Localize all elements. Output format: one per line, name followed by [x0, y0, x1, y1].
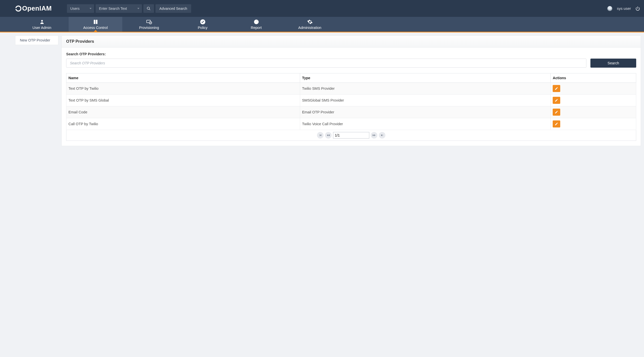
power-icon: [635, 6, 640, 11]
search-text-placeholder: Enter Search Text: [99, 7, 127, 11]
cell-type: SMSGlobal SMS Provider: [300, 95, 551, 106]
topbar-right: sys user: [607, 6, 640, 11]
cell-type: Twilio SMS Provider: [300, 83, 551, 95]
avatar[interactable]: [607, 6, 612, 11]
column-header-name[interactable]: Name: [66, 73, 300, 83]
nav-label: Policy: [198, 26, 208, 30]
search-label: Search OTP Providers:: [66, 52, 636, 56]
edit-button[interactable]: [553, 97, 560, 104]
nav-label: User Admin: [32, 26, 51, 30]
user-icon: [39, 19, 45, 25]
sidebar-item-label: New OTP Provider: [20, 38, 50, 42]
brand-logo[interactable]: OpenIAM: [15, 5, 52, 12]
book-icon: [93, 19, 98, 25]
search-category-label: Users: [70, 7, 80, 11]
provisioning-icon: [146, 19, 152, 25]
table-row: Text OTP by SMS GlobalSMSGlobal SMS Prov…: [66, 95, 636, 106]
svg-point-2: [147, 7, 149, 9]
page-body: New OTP Provider OTP Providers Search OT…: [0, 32, 644, 151]
cell-name[interactable]: Text OTP by Twilio: [66, 83, 300, 95]
search-input[interactable]: [66, 59, 586, 68]
column-header-type[interactable]: Type: [300, 73, 551, 83]
check-circle-icon: [200, 19, 206, 25]
svg-point-5: [41, 20, 43, 22]
nav-policy[interactable]: Policy: [176, 17, 229, 32]
svg-rect-6: [95, 20, 96, 24]
logout-button[interactable]: [635, 6, 640, 11]
nav-label: Report: [251, 26, 262, 30]
page-title: OTP Providers: [62, 36, 641, 48]
chevron-down-icon: [137, 8, 139, 9]
nav-label: Access Control: [83, 26, 108, 30]
nav-access-control[interactable]: Access Control: [69, 17, 122, 32]
pagination-last-button[interactable]: [379, 132, 385, 139]
column-header-actions: Actions: [551, 73, 636, 83]
global-search: Users Enter Search Text Advanced Search: [67, 4, 191, 13]
edit-button[interactable]: [553, 120, 560, 127]
cell-type: Twilio Voice Call Provider: [300, 118, 551, 130]
skip-forward-icon: [381, 134, 384, 137]
nav-user-admin[interactable]: User Admin: [15, 17, 69, 32]
pagination-prev-button[interactable]: [325, 132, 332, 139]
sidebar-item-new-otp-provider[interactable]: New OTP Provider: [15, 35, 58, 45]
search-icon: [147, 7, 151, 11]
logo-icon: [15, 5, 22, 12]
table-row: Email CodeEmail OTP Provider: [66, 106, 636, 118]
topbar: OpenIAM Users Enter Search Text Advanced…: [0, 0, 644, 17]
chevron-down-icon: [90, 8, 92, 9]
brand-text: OpenIAM: [22, 5, 52, 12]
cell-actions: [551, 83, 636, 95]
search-text-dropdown[interactable]: Enter Search Text: [96, 4, 142, 13]
fast-forward-icon: [372, 134, 376, 137]
content-body: Search OTP Providers: Search Name Type A…: [62, 48, 641, 145]
cell-actions: [551, 118, 636, 130]
nav-label: Administration: [298, 26, 321, 30]
svg-rect-1: [15, 8, 17, 9]
pencil-icon: [555, 110, 558, 114]
edit-button[interactable]: [553, 109, 560, 116]
cell-name[interactable]: Call OTP by Twilio: [66, 118, 300, 130]
edit-button[interactable]: [553, 85, 560, 92]
advanced-search-button[interactable]: Advanced Search: [155, 4, 191, 13]
pagination: [66, 130, 636, 141]
cell-name[interactable]: Email Code: [66, 106, 300, 118]
pencil-icon: [555, 99, 558, 102]
search-submit-button[interactable]: [143, 4, 154, 13]
nav-report[interactable]: Report: [229, 17, 283, 32]
rewind-icon: [327, 134, 330, 137]
search-row: Search: [66, 59, 636, 68]
otp-providers-table: Name Type Actions Text OTP by TwilioTwil…: [66, 73, 636, 130]
main-nav: User Admin Access Control Provisioning P…: [0, 17, 644, 32]
nav-label: Provisioning: [139, 26, 159, 30]
gear-icon: [307, 19, 313, 25]
pencil-icon: [555, 122, 558, 126]
nav-provisioning[interactable]: Provisioning: [122, 17, 176, 32]
pagination-next-button[interactable]: [371, 132, 377, 139]
cell-name[interactable]: Text OTP by SMS Global: [66, 95, 300, 106]
nav-administration[interactable]: Administration: [283, 17, 337, 32]
pagination-page-input[interactable]: [333, 132, 369, 139]
sidebar: New OTP Provider: [0, 35, 58, 45]
search-button[interactable]: Search: [590, 59, 636, 68]
cell-actions: [551, 106, 636, 118]
svg-line-3: [149, 9, 150, 10]
username-label[interactable]: sys user: [617, 6, 631, 11]
pencil-icon: [555, 87, 558, 90]
pie-chart-icon: [254, 19, 259, 25]
main-content: OTP Providers Search OTP Providers: Sear…: [61, 35, 641, 146]
cell-actions: [551, 95, 636, 106]
table-row: Text OTP by TwilioTwilio SMS Provider: [66, 83, 636, 95]
skip-back-icon: [319, 134, 322, 137]
search-category-dropdown[interactable]: Users: [67, 4, 94, 13]
pagination-first-button[interactable]: [317, 132, 324, 139]
table-row: Call OTP by TwilioTwilio Voice Call Prov…: [66, 118, 636, 130]
cell-type: Email OTP Provider: [300, 106, 551, 118]
